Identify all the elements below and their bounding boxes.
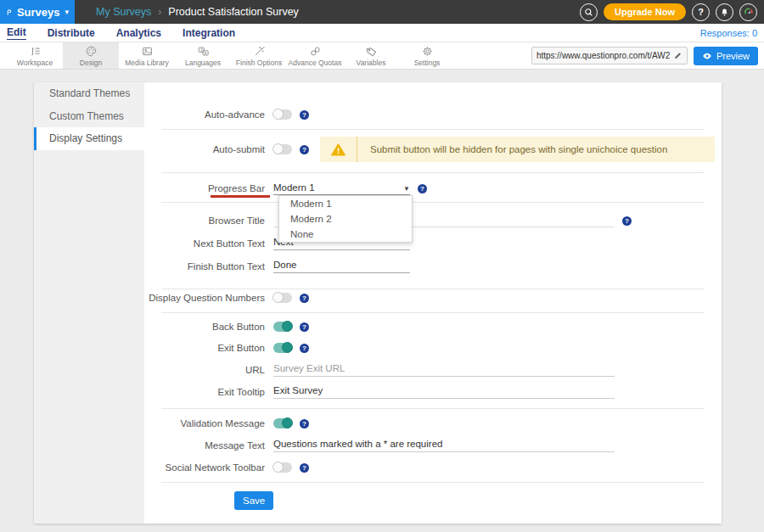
section-divider [161, 482, 705, 483]
display-question-numbers-help-icon[interactable]: ? [300, 294, 309, 303]
select-caret-icon: ▼ [403, 185, 410, 193]
breadcrumb-parent[interactable]: My Surveys [96, 6, 151, 18]
toolbar-tab-label: Finish Options [236, 59, 282, 67]
save-button[interactable]: Save [234, 491, 273, 510]
nav-tab-integration[interactable]: Integration [183, 27, 235, 39]
toolbar-tab-variables[interactable]: Variables [343, 42, 399, 69]
svg-text:A: A [204, 51, 206, 55]
toolbar-tab-label: Settings [414, 59, 441, 67]
survey-health-gauge-icon[interactable] [739, 3, 757, 21]
sidebar-item-display-settings[interactable]: Display Settings [34, 127, 144, 150]
languages-icon: 文A [197, 45, 210, 58]
toolbar-tab-finish-options[interactable]: Finish Options [231, 42, 287, 69]
toolbar-tab-settings[interactable]: Settings [399, 42, 455, 69]
dropdown-option-modern-1[interactable]: Modern 1 [279, 196, 412, 211]
responses-count[interactable]: Responses: 0 [700, 28, 757, 38]
top-header: Surveys ▾ My Surveys › Product Satisfact… [0, 0, 764, 24]
preview-label: Preview [716, 51, 750, 61]
finish-button-text-input[interactable] [273, 260, 410, 273]
toolbar-tab-design[interactable]: Design [63, 42, 119, 69]
notifications-bell-icon[interactable] [716, 3, 733, 21]
nav-tab-analytics[interactable]: Analytics [116, 27, 161, 39]
auto-advance-row: Auto-advance ? [144, 102, 722, 127]
toolbar-right: Preview [531, 42, 764, 69]
auto-submit-row: Auto-submit ? Submit button will be hidd… [144, 137, 722, 162]
toggle-knob [282, 417, 293, 428]
auto-advance-toggle[interactable] [273, 109, 292, 120]
toolbar-tab-label: Design [80, 59, 102, 67]
display-question-numbers-label: Display Question Numbers [144, 293, 265, 303]
finish-options-wand-icon [253, 45, 266, 58]
upgrade-now-button[interactable]: Upgrade Now [604, 3, 686, 20]
toggle-knob [272, 143, 284, 154]
back-button-toggle[interactable] [273, 322, 292, 332]
toggle-knob [272, 109, 284, 120]
toggle-knob [282, 321, 293, 332]
toolbar-tab-label: Advance Quotas [289, 59, 342, 67]
toolbar-tab-workspace[interactable]: Workspace [7, 42, 63, 69]
toolbar-tab-label: Variables [357, 59, 386, 67]
page-title: Product Satisfaction Survey [168, 6, 299, 18]
help-icon[interactable]: ? [692, 3, 710, 21]
section-divider [161, 129, 705, 130]
social-network-toolbar-help-icon[interactable]: ? [300, 463, 309, 473]
validation-message-toggle[interactable] [273, 418, 292, 428]
design-palette-icon [85, 45, 98, 58]
progress-bar-annotation-underline [211, 195, 270, 198]
toggle-knob [282, 342, 293, 353]
toolbar-tab-label: Workspace [17, 59, 53, 67]
progress-bar-dropdown-menu: Modern 1 Modern 2 None [278, 195, 413, 243]
toolbar-tab-languages[interactable]: 文A Languages [175, 42, 231, 69]
auto-submit-warning: Submit button will be hidden for pages w… [320, 137, 715, 162]
auto-submit-toggle[interactable] [273, 144, 292, 154]
browser-title-help-icon[interactable]: ? [622, 216, 632, 226]
edit-pencil-icon[interactable] [673, 51, 683, 60]
workspace-icon [29, 45, 42, 58]
auto-advance-help-icon[interactable]: ? [300, 110, 309, 120]
exit-button-help-icon[interactable]: ? [300, 344, 309, 353]
warning-text: Submit button will be hidden for pages w… [357, 144, 667, 154]
message-text-input[interactable] [273, 439, 615, 452]
validation-message-help-icon[interactable]: ? [300, 419, 309, 428]
validation-message-label: Validation Message [144, 418, 265, 428]
social-network-toolbar-toggle[interactable] [273, 462, 292, 473]
back-button-label: Back Button [144, 322, 265, 332]
brand-block[interactable]: Surveys ▾ [0, 0, 75, 24]
advance-quotas-links-icon [309, 45, 322, 58]
nav-tab-distribute[interactable]: Distribute [48, 27, 95, 39]
exit-url-input[interactable] [273, 363, 615, 377]
survey-url-input[interactable] [536, 51, 670, 60]
message-text-label: Message Text [144, 440, 265, 451]
exit-tooltip-input[interactable] [273, 385, 615, 399]
svg-text:文: 文 [199, 48, 203, 52]
auto-submit-help-icon[interactable]: ? [300, 145, 309, 154]
sidebar-item-custom-themes[interactable]: Custom Themes [34, 105, 144, 128]
browser-title-row: Browser Title ? [144, 208, 722, 233]
back-button-help-icon[interactable]: ? [300, 322, 309, 332]
browser-title-label: Browser Title [144, 216, 265, 226]
breadcrumb-separator: › [158, 6, 161, 18]
social-network-toolbar-row: Social Network Toolbar ? [144, 455, 722, 480]
progress-bar-select[interactable]: Modern 1 ▼ [273, 182, 410, 195]
toolbar-tab-advance-quotas[interactable]: Advance Quotas [287, 42, 343, 69]
preview-button[interactable]: Preview [694, 47, 758, 65]
exit-button-toggle[interactable] [273, 343, 292, 353]
display-settings-form: Auto-advance ? Auto-submit ? Submit butt… [144, 82, 722, 524]
next-button-text-row: Next Button Text [144, 231, 722, 256]
display-question-numbers-toggle[interactable] [273, 293, 292, 303]
header-actions: Upgrade Now ? [580, 0, 764, 24]
auto-advance-label: Auto-advance [144, 109, 265, 120]
dropdown-option-modern-2[interactable]: Modern 2 [279, 211, 412, 227]
sidebar-item-standard-themes[interactable]: Standard Themes [34, 82, 144, 105]
dropdown-option-none[interactable]: None [279, 227, 412, 242]
toolbar-tab-media-library[interactable]: Media Library [119, 42, 175, 69]
finish-button-text-label: Finish Button Text [144, 261, 265, 272]
questionpro-logo-icon [6, 5, 13, 20]
section-divider [161, 408, 705, 409]
progress-bar-help-icon[interactable]: ? [418, 184, 427, 193]
search-icon[interactable] [580, 3, 598, 21]
variables-tag-icon [365, 45, 378, 58]
nav-tab-edit[interactable]: Edit [7, 26, 26, 40]
exit-button-label: Exit Button [144, 343, 265, 353]
eye-icon [702, 51, 712, 61]
